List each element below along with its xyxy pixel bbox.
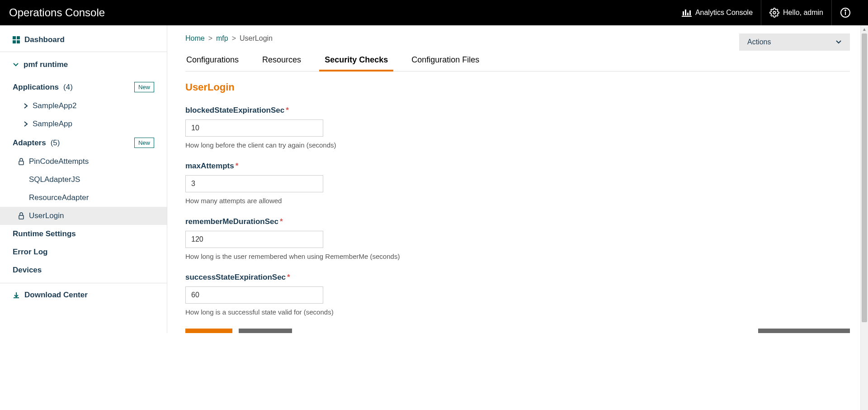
console-title: Operations Console xyxy=(9,6,674,19)
tab-resources[interactable]: Resources xyxy=(261,51,302,71)
required-marker: * xyxy=(280,217,283,226)
required-marker: * xyxy=(286,106,289,114)
header-right: Analytics Console Hello, admin xyxy=(674,0,859,25)
field-label: successStateExpirationSec* xyxy=(185,273,850,282)
analytics-label: Analytics Console xyxy=(695,9,753,17)
sidebar-adapter-userlogin[interactable]: UserLogin xyxy=(0,207,167,225)
new-application-button[interactable]: New xyxy=(134,82,154,92)
top-header: Operations Console Analytics Console Hel… xyxy=(0,0,868,25)
remembermedurationsec-input[interactable] xyxy=(185,231,323,248)
breadcrumb-mfp[interactable]: mfp xyxy=(216,34,228,43)
cancel-button[interactable]: Cancel xyxy=(239,329,292,333)
download-icon xyxy=(13,291,20,299)
field-remembermedurationsec: rememberMeDurationSec* How long is the u… xyxy=(185,217,850,260)
sidebar-app-sampleapp[interactable]: SampleApp xyxy=(0,115,167,133)
adapter-label: ResourceAdapter xyxy=(29,193,89,202)
download-center-label: Download Center xyxy=(24,291,88,300)
bar-chart-icon xyxy=(682,9,692,17)
field-label: rememberMeDurationSec* xyxy=(185,217,850,226)
successstateexpirationsec-input[interactable] xyxy=(185,286,323,304)
chevron-right-icon xyxy=(24,103,28,109)
sidebar-error-log[interactable]: Error Log xyxy=(0,243,167,261)
tab-configuration-files[interactable]: Configuration Files xyxy=(410,51,480,71)
page-title: UserLogin xyxy=(185,81,850,93)
field-successstateexpirationsec: successStateExpirationSec* How long is a… xyxy=(185,273,850,316)
tab-configurations[interactable]: Configurations xyxy=(185,51,240,71)
sidebar-app-sampleapp2[interactable]: SampleApp2 xyxy=(0,97,167,115)
lock-icon xyxy=(18,158,24,165)
info-icon xyxy=(840,7,851,18)
svg-rect-10 xyxy=(17,36,20,39)
svg-rect-11 xyxy=(13,40,16,43)
adapter-label: SQLAdapterJS xyxy=(29,175,80,184)
svg-rect-1 xyxy=(683,11,684,15)
devices-label: Devices xyxy=(13,266,42,275)
svg-rect-12 xyxy=(17,40,20,43)
sidebar-dashboard[interactable]: Dashboard xyxy=(0,31,167,52)
dashboard-icon xyxy=(13,36,20,43)
adapter-label: PinCodeAttempts xyxy=(29,157,89,166)
sidebar-adapter-sqladapterjs[interactable]: SQLAdapterJS xyxy=(0,171,167,189)
error-log-label: Error Log xyxy=(13,248,47,257)
actions-dropdown[interactable]: Actions xyxy=(739,33,850,51)
required-marker: * xyxy=(236,162,239,170)
sidebar-adapter-pincodeattempts[interactable]: PinCodeAttempts xyxy=(0,153,167,171)
adapters-count: (5) xyxy=(51,138,60,148)
sidebar-runtime[interactable]: pmf runtime xyxy=(0,56,167,74)
sidebar-adapters[interactable]: Adapters (5) New xyxy=(0,133,167,153)
tabs: Configurations Resources Security Checks… xyxy=(185,51,850,72)
field-help: How long before the client can try again… xyxy=(185,141,850,149)
field-blockedstateexpirationsec: blockedStateExpirationSec* How long befo… xyxy=(185,106,850,149)
field-maxattempts: maxAttempts* How many attempts are allow… xyxy=(185,162,850,205)
breadcrumb-separator: > xyxy=(208,34,212,43)
dashboard-label: Dashboard xyxy=(24,35,65,44)
app-label: SampleApp2 xyxy=(33,101,76,110)
applications-label: Applications xyxy=(13,83,59,92)
chevron-down-icon xyxy=(835,40,842,44)
sidebar-runtime-settings[interactable]: Runtime Settings xyxy=(0,225,167,243)
runtime-label: pmf runtime xyxy=(24,60,68,69)
adapters-label: Adapters xyxy=(13,138,46,148)
sidebar-adapter-resourceadapter[interactable]: ResourceAdapter xyxy=(0,189,167,207)
breadcrumb-current: UserLogin xyxy=(240,34,273,43)
chevron-down-icon xyxy=(13,62,19,68)
greeting-label: Hello, admin xyxy=(783,9,823,17)
chevron-right-icon xyxy=(24,121,28,127)
field-help: How long is the user remembered when usi… xyxy=(185,253,850,260)
analytics-console-link[interactable]: Analytics Console xyxy=(674,0,761,25)
lock-icon xyxy=(18,212,24,219)
sidebar: Dashboard pmf runtime Applications (4) N… xyxy=(0,25,167,333)
tab-security-checks[interactable]: Security Checks xyxy=(324,51,389,71)
gear-icon xyxy=(769,8,779,18)
sidebar-download-center[interactable]: Download Center xyxy=(0,283,167,304)
sidebar-devices[interactable]: Devices xyxy=(0,261,167,279)
field-label: blockedStateExpirationSec* xyxy=(185,106,850,115)
svg-rect-3 xyxy=(687,13,689,15)
adapter-label: UserLogin xyxy=(29,211,64,220)
actions-label: Actions xyxy=(747,38,771,46)
save-button[interactable]: Save xyxy=(185,329,232,333)
applications-count: (4) xyxy=(63,83,73,92)
svg-point-8 xyxy=(845,10,846,11)
scroll-up-arrow[interactable]: ▲ xyxy=(861,25,868,33)
required-marker: * xyxy=(287,273,290,281)
svg-rect-9 xyxy=(13,36,16,39)
blockedstateexpirationsec-input[interactable] xyxy=(185,119,323,137)
svg-rect-14 xyxy=(19,215,24,219)
app-label: SampleApp xyxy=(33,119,72,129)
sidebar-applications[interactable]: Applications (4) New xyxy=(0,74,167,97)
svg-point-5 xyxy=(773,11,776,14)
svg-rect-2 xyxy=(685,10,686,15)
restore-defaults-button[interactable]: Restore Default Values xyxy=(758,329,850,333)
user-greeting[interactable]: Hello, admin xyxy=(761,0,831,25)
breadcrumb-home[interactable]: Home xyxy=(185,34,205,43)
main-content: Home > mfp > UserLogin Actions Configura… xyxy=(167,25,868,333)
button-row: Save Cancel Restore Default Values xyxy=(185,329,850,333)
maxattempts-input[interactable] xyxy=(185,175,323,192)
svg-rect-0 xyxy=(682,16,692,17)
scrollbar[interactable]: ▲ xyxy=(860,25,868,333)
new-adapter-button[interactable]: New xyxy=(134,138,154,148)
info-button[interactable] xyxy=(831,0,859,25)
scrollbar-thumb[interactable] xyxy=(862,33,867,322)
main-container: Dashboard pmf runtime Applications (4) N… xyxy=(0,25,868,333)
